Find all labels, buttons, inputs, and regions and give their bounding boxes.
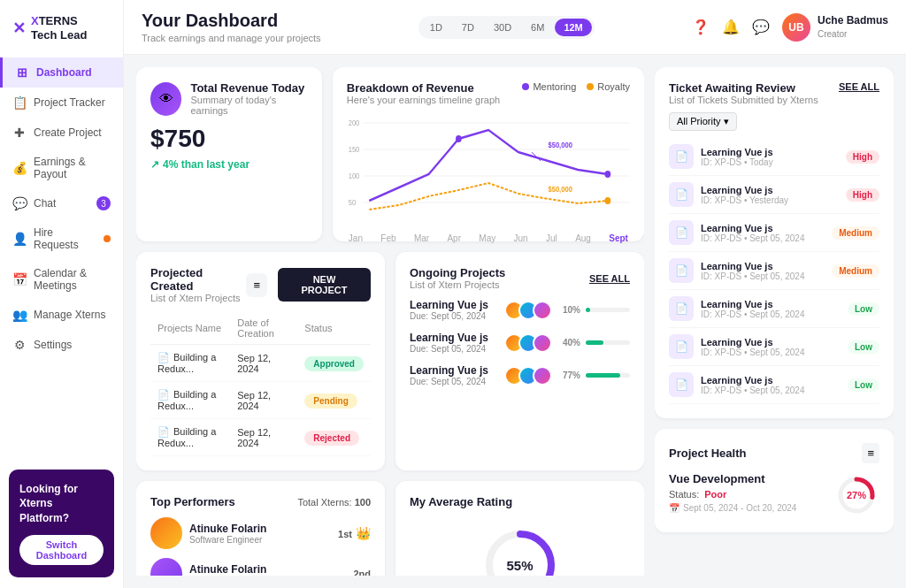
rating-card: My Average Rating 55% xyxy=(395,481,644,576)
performer-item: Atinuke Folarin Software Engineer 1st👑 xyxy=(150,517,371,549)
ticket-name: Learning Vue js xyxy=(701,185,839,195)
sidebar-item-settings[interactable]: ⚙ Settings xyxy=(0,330,123,360)
progress-pct: 10% xyxy=(559,305,580,315)
performer-avatar xyxy=(150,517,182,549)
chart-area: 200 150 100 50 xyxy=(347,112,630,227)
performer-item: Atinuke Folarin Software Engineer 2nd xyxy=(150,558,371,576)
time-1d[interactable]: 1D xyxy=(421,19,451,36)
help-icon[interactable]: ❓ xyxy=(692,19,710,35)
new-project-button[interactable]: NEW PROJECT xyxy=(278,268,371,302)
rev-subtitle: Summary of today's earnings xyxy=(190,95,307,116)
performer-name: Atinuke Folarin xyxy=(189,563,266,576)
manage-icon: 👥 xyxy=(12,308,27,322)
notification-icon[interactable]: 🔔 xyxy=(722,19,740,35)
user-profile[interactable]: UB Uche Badmus Creator xyxy=(782,13,888,42)
sidebar-item-calendar[interactable]: 📅 Calendar & Meetings xyxy=(0,259,123,300)
logo-icon: ✕ xyxy=(12,19,26,38)
health-item-title: Vue Development xyxy=(669,472,833,485)
priority-filter[interactable]: All Priority ▾ xyxy=(669,112,737,131)
sidebar-item-label: Dashboard xyxy=(36,66,92,79)
performer-rank: 2nd xyxy=(353,569,371,576)
filter-button[interactable]: ≡ xyxy=(246,273,267,297)
ticket-item: 📄 Learning Vue js ID: XP-DS • Today High xyxy=(669,138,879,176)
performers-card: Top Performers Total Xterns: 100 Atinuke… xyxy=(136,481,385,576)
page-title: Your Dashboard xyxy=(142,11,321,31)
progress-fill xyxy=(586,308,590,312)
sidebar-item-hire-requests[interactable]: 👤 Hire Requests xyxy=(0,218,123,259)
sidebar-item-earnings[interactable]: 💰 Earnings & Payout xyxy=(0,148,123,188)
tickets-see-all[interactable]: SEE ALL xyxy=(839,81,879,92)
ongoing-title: Learning Vue js xyxy=(410,299,497,311)
tickets-card: Ticket Awaiting Review List of Tickets S… xyxy=(655,67,894,418)
ticket-item: 📄 Learning Vue js ID: XP-DS • Sept 05, 2… xyxy=(669,290,879,328)
sidebar-item-manage-xterns[interactable]: 👥 Manage Xterns xyxy=(0,300,123,330)
health-filter-button[interactable]: ≡ xyxy=(862,443,879,463)
ongoing-title: Ongoing Projects xyxy=(410,266,505,279)
ticket-info: Learning Vue js ID: XP-DS • Sept 05, 202… xyxy=(701,261,825,281)
revenue-chart: 200 150 100 50 xyxy=(347,112,630,227)
ticket-name: Learning Vue js xyxy=(701,299,841,309)
switch-dashboard-button[interactable]: Switch Dashboard xyxy=(19,535,104,565)
chat-icon: 💬 xyxy=(12,196,27,210)
performer-avatar xyxy=(150,558,182,576)
user-role: Creator xyxy=(818,28,888,40)
svg-text:50: 50 xyxy=(349,197,357,207)
time-6m[interactable]: 6M xyxy=(522,19,553,36)
sidebar-item-project-tracker[interactable]: 📋 Project Tracker xyxy=(0,88,123,118)
project-status: Pending xyxy=(297,382,371,419)
time-30d[interactable]: 30D xyxy=(485,19,520,36)
ongoing-info: Learning Vue js Due: Sept 05, 2024 xyxy=(410,332,497,354)
ongoing-item: Learning Vue js Due: Sept 05, 2024 77% xyxy=(410,364,630,386)
priority-tag: Medium xyxy=(832,226,879,240)
ticket-name: Learning Vue js xyxy=(701,337,841,347)
total-revenue-card: 👁 Total Revenue Today Summary of today's… xyxy=(136,67,322,241)
ongoing-item: Learning Vue js Due: Sept 05, 2024 10% xyxy=(410,299,630,321)
projected-projects-card: Projected Created List of Xtern Projects… xyxy=(136,252,385,470)
ongoing-see-all[interactable]: SEE ALL xyxy=(589,273,630,284)
time-7d[interactable]: 7D xyxy=(453,19,483,36)
user-details: Uche Badmus Creator xyxy=(818,14,888,40)
donut-container: 55% xyxy=(410,521,630,576)
projects-table: Projects Name Date of Creation Status 📄B… xyxy=(150,312,371,456)
tickets-subtitle: List of Tickets Submitted by Xterns xyxy=(669,95,818,105)
sidebar-item-dashboard[interactable]: ⊞ Dashboard xyxy=(0,57,123,88)
message-icon[interactable]: 💬 xyxy=(752,19,770,35)
tickets-title: Ticket Awaiting Review xyxy=(669,81,818,95)
ticket-icon: 📄 xyxy=(669,372,694,397)
avatar: UB xyxy=(782,13,810,42)
performers-list: Atinuke Folarin Software Engineer 1st👑 A… xyxy=(150,517,371,576)
chart-subtitle: Here's your earnings timeline graph xyxy=(347,95,500,105)
ongoing-projects-card: Ongoing Projects List of Xtern Projects … xyxy=(395,252,644,470)
sidebar-item-create-project[interactable]: ✚ Create Project xyxy=(0,118,123,148)
ticket-icon: 📄 xyxy=(669,144,694,169)
avatars xyxy=(504,333,552,353)
revenue-amount: $750 xyxy=(150,125,308,153)
priority-tag: Low xyxy=(848,378,879,392)
health-header: Project Health ≡ xyxy=(669,443,879,463)
ongoing-title: Learning Vue js xyxy=(410,332,497,344)
progress-fill xyxy=(586,340,603,345)
logo-subtitle: Tech Lead xyxy=(31,28,87,42)
time-filter-group: 1D 7D 30D 6M 12M xyxy=(418,16,595,39)
col-date: Date of Creation xyxy=(230,312,297,345)
performer-rank: 1st👑 xyxy=(338,526,371,540)
ticket-name: Learning Vue js xyxy=(701,147,839,157)
legend-mentoring: Mentoring xyxy=(522,81,576,92)
avatar xyxy=(533,366,552,386)
svg-point-8 xyxy=(456,135,462,142)
hire-icon: 👤 xyxy=(12,232,27,246)
legend-royalty: Royalty xyxy=(587,81,630,92)
progress-bar xyxy=(586,373,630,378)
sidebar-item-chat[interactable]: 💬 Chat 3 xyxy=(0,188,123,218)
sidebar-item-label: Project Tracker xyxy=(34,96,105,109)
ticket-meta: ID: XP-DS • Today xyxy=(701,157,839,167)
ticket-icon: 📄 xyxy=(669,334,694,359)
revenue-row: 👁 Total Revenue Today Summary of today's… xyxy=(136,67,644,241)
project-name: 📄Building a Redux... xyxy=(150,382,230,419)
sidebar-item-label: Manage Xterns xyxy=(34,309,105,321)
time-12m[interactable]: 12M xyxy=(555,19,591,36)
progress-wrap: 10% xyxy=(559,305,630,315)
breakdown-card: Breakdown of Revenue Here's your earning… xyxy=(333,67,644,241)
avatar xyxy=(533,333,552,353)
main-area: Your Dashboard Track earnings and manage… xyxy=(124,0,906,588)
